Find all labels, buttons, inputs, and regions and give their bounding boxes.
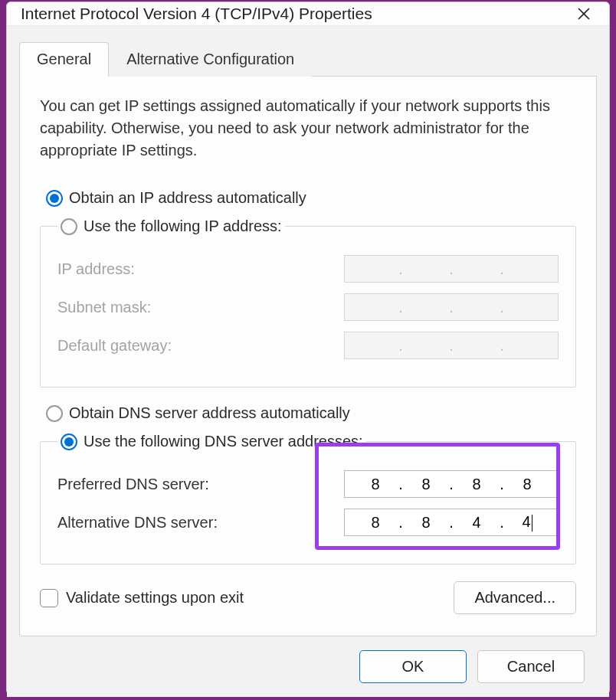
ok-button[interactable]: OK	[359, 650, 467, 683]
intro-text: You can get IP settings assigned automat…	[40, 95, 576, 162]
text-caret	[532, 515, 532, 532]
label-ip-address: IP address:	[57, 260, 135, 278]
checkbox-validate-on-exit[interactable]: Validate settings upon exit	[40, 589, 244, 607]
radio-icon	[46, 405, 63, 422]
group-dns-manual: Use the following DNS server addresses: …	[40, 433, 576, 564]
label-default-gateway: Default gateway:	[57, 337, 172, 355]
titlebar: Internet Protocol Version 4 (TCP/IPv4) P…	[7, 2, 609, 25]
input-default-gateway: ...	[344, 332, 559, 359]
label-subnet-mask: Subnet mask:	[57, 299, 151, 316]
label-preferred-dns: Preferred DNS server:	[57, 476, 209, 493]
radio-dns-auto[interactable]: Obtain DNS server address automatically	[46, 404, 576, 422]
tab-alternative-configuration[interactable]: Alternative Configuration	[109, 42, 312, 77]
label-alternative-dns: Alternative DNS server:	[57, 514, 218, 532]
dialog-footer: OK Cancel	[19, 636, 597, 697]
dialog-window: Internet Protocol Version 4 (TCP/IPv4) P…	[6, 2, 610, 695]
radio-icon	[61, 218, 77, 235]
checkbox-icon	[40, 589, 58, 607]
radio-ip-auto[interactable]: Obtain an IP address automatically	[46, 189, 576, 207]
radio-ip-manual[interactable]: Use the following IP address:	[61, 218, 282, 235]
radio-ip-manual-label: Use the following IP address:	[84, 218, 282, 235]
radio-ip-auto-label: Obtain an IP address automatically	[69, 189, 306, 207]
tab-general[interactable]: General	[19, 42, 109, 77]
input-alternative-dns[interactable]: 8. 8. 4. 4	[344, 509, 559, 536]
checkbox-validate-label: Validate settings upon exit	[66, 589, 244, 607]
tab-strip: General Alternative Configuration	[19, 41, 597, 77]
window-title: Internet Protocol Version 4 (TCP/IPv4) P…	[21, 5, 372, 23]
input-preferred-dns[interactable]: 8. 8. 8. 8	[344, 470, 559, 498]
radio-dns-manual[interactable]: Use the following DNS server addresses:	[61, 433, 363, 450]
input-ip-address: ...	[344, 255, 559, 283]
radio-icon	[61, 433, 77, 450]
cancel-button[interactable]: Cancel	[477, 650, 585, 683]
radio-dns-auto-label: Obtain DNS server address automatically	[69, 404, 350, 422]
advanced-button[interactable]: Advanced...	[454, 581, 576, 614]
input-subnet-mask: ...	[344, 293, 559, 321]
radio-icon	[46, 190, 63, 207]
close-icon[interactable]	[572, 2, 595, 25]
radio-dns-manual-label: Use the following DNS server addresses:	[84, 433, 363, 450]
dialog-body: General Alternative Configuration You ca…	[7, 25, 609, 697]
group-ip-manual: Use the following IP address: IP address…	[40, 218, 576, 388]
tab-panel-general: You can get IP settings assigned automat…	[19, 77, 597, 636]
